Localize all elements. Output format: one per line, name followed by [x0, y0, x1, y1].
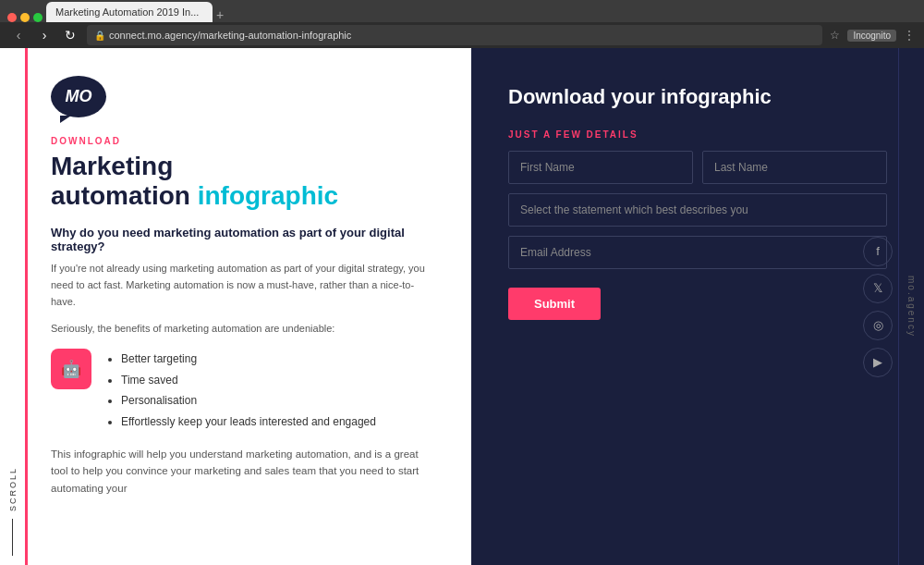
last-name-input[interactable] [702, 151, 887, 184]
back-button[interactable]: ‹ [9, 28, 28, 43]
heading-line1: Marketing [51, 152, 173, 180]
heading-line2: automation [51, 181, 198, 210]
benefits-section: 🤖 Better targeting Time saved Personalis… [51, 349, 434, 433]
heading-highlight: infographic [198, 181, 338, 210]
youtube-icon: ▶ [873, 355, 882, 369]
twitter-icon: 𝕏 [873, 281, 882, 295]
nav-bar: ‹ › ↻ 🔒 connect.mo.agency/marketing-auto… [0, 22, 924, 48]
mo-logo: MO [51, 76, 434, 117]
scroll-indicator: Scroll [0, 48, 28, 565]
scroll-label: Scroll [8, 467, 18, 511]
benefits-icon: 🤖 [51, 349, 91, 389]
maximize-dot[interactable] [33, 13, 43, 22]
body-text-2: Seriously, the benefits of marketing aut… [51, 321, 434, 338]
browser-tab[interactable]: Marketing Automation 2019 In... [46, 2, 213, 22]
menu-icon[interactable]: ⋮ [904, 29, 915, 42]
address-text: connect.mo.agency/marketing-automation-i… [109, 30, 351, 41]
logo-bubble: MO [51, 76, 106, 117]
close-dot[interactable] [7, 13, 17, 22]
download-label: DOWNLOAD [51, 136, 434, 146]
browser-chrome: Marketing Automation 2019 In... + ‹ › ↻ … [0, 0, 924, 48]
form-subtitle: JUST A FEW DETAILS [508, 129, 887, 140]
sub-heading: Why do you need marketing automation as … [51, 226, 434, 253]
benefit-item: Effortlessly keep your leads interested … [121, 411, 376, 433]
tab-title: Marketing Automation 2019 In... [55, 6, 199, 18]
body-text-1: If you're not already using marketing au… [51, 261, 434, 310]
form-title: Download your infographic [508, 85, 887, 109]
content-right: Download your infographic JUST A FEW DET… [471, 48, 924, 565]
first-name-input[interactable] [508, 151, 693, 184]
facebook-icon-button[interactable]: f [863, 237, 893, 266]
social-sidebar: f 𝕏 ◎ ▶ [863, 237, 893, 377]
instagram-icon: ◎ [873, 318, 883, 332]
footer-text: This infographic will help you understan… [51, 446, 434, 497]
logo-text: MO [66, 87, 92, 106]
name-row [508, 151, 887, 184]
side-label-text: mo.agency [906, 276, 917, 338]
instagram-icon-button[interactable]: ◎ [863, 311, 893, 340]
tab-bar: Marketing Automation 2019 In... + [0, 0, 924, 22]
lock-icon: 🔒 [94, 31, 105, 41]
benefit-item: Personalisation [121, 390, 376, 411]
incognito-badge: Incognito [847, 30, 896, 42]
scroll-line [12, 519, 13, 556]
statement-select-input[interactable] [508, 193, 887, 227]
side-label: mo.agency [898, 48, 924, 565]
star-icon[interactable]: ☆ [830, 29, 840, 42]
benefits-icon-symbol: 🤖 [61, 359, 81, 379]
refresh-button[interactable]: ↻ [61, 28, 79, 43]
minimize-dot[interactable] [20, 13, 30, 22]
main-heading: Marketing automation infographic [51, 152, 434, 211]
benefits-list: Better targeting Time saved Personalisat… [106, 349, 376, 433]
email-input[interactable] [508, 236, 887, 269]
twitter-icon-button[interactable]: 𝕏 [863, 274, 893, 303]
forward-button[interactable]: › [35, 28, 54, 43]
submit-button[interactable]: Submit [508, 288, 601, 320]
facebook-icon: f [876, 244, 880, 258]
new-tab-button[interactable]: + [216, 7, 224, 22]
youtube-icon-button[interactable]: ▶ [863, 348, 893, 377]
address-bar[interactable]: 🔒 connect.mo.agency/marketing-automation… [87, 25, 822, 45]
benefit-item: Better targeting [121, 349, 376, 370]
benefit-item: Time saved [121, 370, 376, 391]
nav-right: ☆ Incognito ⋮ [830, 29, 915, 42]
content-left: MO DOWNLOAD Marketing automation infogra… [28, 48, 471, 565]
page-wrapper: Scroll MO DOWNLOAD Marketing automation … [0, 48, 924, 565]
